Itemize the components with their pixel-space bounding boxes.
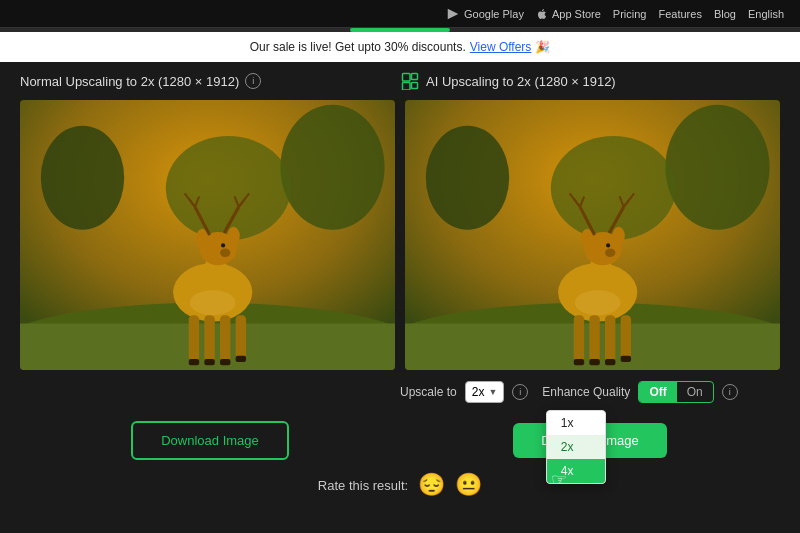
chevron-down-icon: ▼ [488, 387, 497, 397]
svg-point-14 [221, 243, 225, 247]
google-play-label: Google Play [464, 8, 524, 20]
ai-upscale-icon [400, 71, 420, 91]
labels-row: Normal Upscaling to 2x (1280 × 1912) i A… [20, 62, 780, 100]
progress-bar-container [0, 28, 800, 32]
rating-label: Rate this result: [318, 478, 408, 493]
images-row [20, 100, 780, 370]
sale-banner: Our sale is live! Get upto 30% discounts… [0, 32, 800, 62]
normal-info-icon[interactable]: i [245, 73, 261, 89]
scale-option-2x[interactable]: 2x [547, 435, 605, 459]
ai-image-panel [405, 100, 780, 370]
svg-rect-31 [220, 359, 230, 365]
svg-point-44 [606, 243, 610, 247]
toggle-on-option[interactable]: On [677, 382, 713, 402]
svg-rect-2 [412, 83, 418, 89]
download-normal-area: Download Image [20, 421, 400, 460]
upscale-info-icon[interactable]: i [512, 384, 528, 400]
view-offers-link[interactable]: View Offers [470, 40, 532, 54]
controls-row: Upscale to 2x ▼ 1x 2x 4x ☞ i Enhance Qua… [20, 370, 780, 414]
rating-row: Rate this result: 😔 😐 [20, 466, 780, 504]
svg-rect-25 [189, 315, 199, 362]
enhance-quality-label: Enhance Quality [542, 385, 630, 399]
scale-option-4x[interactable]: 4x ☞ [547, 459, 605, 483]
ai-upscaling-label: AI Upscaling to 2x (1280 × 1912) [400, 71, 780, 91]
normal-label-text: Normal Upscaling to 2x (1280 × 1912) [20, 74, 239, 89]
progress-bar-fill [350, 28, 450, 32]
svg-point-16 [227, 227, 240, 246]
neutral-emoji-rating[interactable]: 😐 [455, 472, 482, 498]
scale-dropdown-menu[interactable]: 1x 2x 4x ☞ [546, 410, 606, 484]
svg-point-63 [575, 290, 621, 315]
svg-rect-62 [621, 356, 631, 362]
blog-link[interactable]: Blog [714, 8, 736, 20]
svg-point-5 [41, 126, 124, 230]
features-link[interactable]: Features [658, 8, 701, 20]
scale-option-1x[interactable]: 1x [547, 411, 605, 435]
svg-rect-61 [605, 359, 615, 365]
svg-rect-55 [574, 315, 584, 362]
svg-point-13 [220, 249, 230, 257]
download-row: Download Image Download Image [20, 414, 780, 466]
google-play-button[interactable]: Google Play [446, 7, 524, 21]
download-normal-button[interactable]: Download Image [131, 421, 289, 460]
enhance-info-icon[interactable]: i [722, 384, 738, 400]
main-content: Normal Upscaling to 2x (1280 × 1912) i A… [0, 62, 800, 504]
enhance-quality-toggle[interactable]: Off On [638, 381, 713, 403]
svg-rect-28 [236, 315, 246, 359]
svg-rect-56 [589, 315, 599, 362]
svg-rect-29 [189, 359, 199, 365]
svg-rect-26 [204, 315, 214, 362]
selected-scale-value: 2x [472, 385, 485, 399]
top-navigation: Google Play App Store Pricing Features B… [0, 0, 800, 28]
sale-emoji: 🎉 [535, 40, 550, 54]
svg-rect-30 [204, 359, 214, 365]
svg-rect-0 [403, 74, 411, 82]
svg-rect-27 [220, 315, 230, 362]
svg-point-33 [190, 290, 236, 315]
sale-text: Our sale is live! Get upto 30% discounts… [250, 40, 466, 54]
sad-emoji-rating[interactable]: 😔 [418, 472, 445, 498]
svg-rect-60 [589, 359, 599, 365]
upscale-label: Upscale to [400, 385, 457, 399]
app-store-button[interactable]: App Store [536, 8, 601, 20]
svg-rect-57 [605, 315, 615, 362]
svg-point-36 [665, 105, 769, 230]
toggle-off-option[interactable]: Off [639, 382, 676, 402]
svg-point-43 [605, 249, 615, 257]
controls-right: Upscale to 2x ▼ 1x 2x 4x ☞ i Enhance Qua… [400, 381, 780, 403]
svg-rect-59 [574, 359, 584, 365]
svg-point-6 [280, 105, 384, 230]
svg-rect-3 [403, 83, 411, 91]
normal-image-panel [20, 100, 395, 370]
normal-upscaling-label: Normal Upscaling to 2x (1280 × 1912) i [20, 73, 400, 89]
svg-point-35 [426, 126, 509, 230]
cursor-pointer-icon: ☞ [551, 469, 567, 484]
pricing-link[interactable]: Pricing [613, 8, 647, 20]
svg-rect-1 [412, 74, 418, 80]
svg-rect-32 [236, 356, 246, 362]
language-selector[interactable]: English [748, 8, 784, 20]
app-store-label: App Store [552, 8, 601, 20]
upscale-select[interactable]: 2x ▼ 1x 2x 4x ☞ [465, 381, 505, 403]
svg-rect-58 [621, 315, 631, 359]
svg-point-46 [612, 227, 625, 246]
ai-label-text: AI Upscaling to 2x (1280 × 1912) [426, 74, 616, 89]
